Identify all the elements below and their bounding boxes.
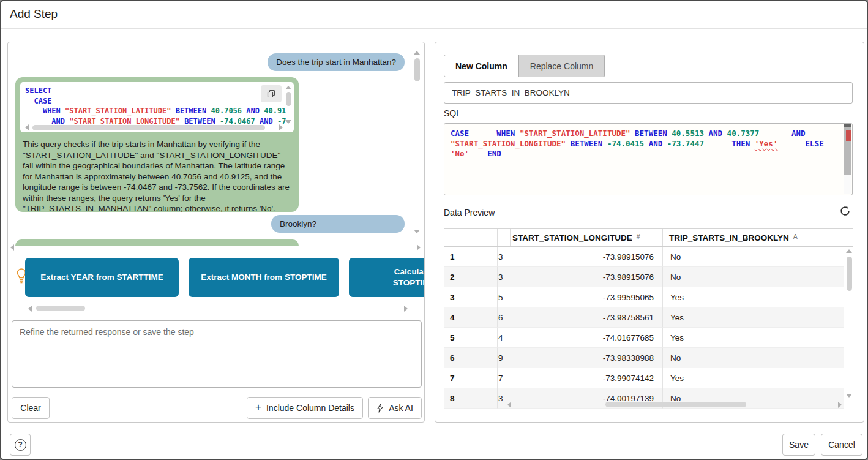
suggestion-extract-year-button[interactable]: Extract YEAR from STARTTIME — [25, 258, 179, 297]
code-scroll-up-icon[interactable] — [285, 86, 291, 89]
chat-scroll-up-icon[interactable] — [414, 51, 420, 55]
code-scroll-left-icon[interactable] — [25, 124, 29, 130]
header-start-station-longitude[interactable]: START_STATION_LONGITUDE # — [506, 229, 663, 246]
table-row[interactable]: 46-73.98758561Yes — [444, 307, 853, 328]
sql-label: SQL — [444, 108, 461, 118]
user-message: Brooklyn? — [271, 215, 405, 233]
table-cell: 3 — [498, 267, 506, 287]
code-line: "START_STATION_LONGITUDE" BETWEEN -74.04… — [451, 139, 850, 149]
table-row[interactable]: 69-73.98338988No — [444, 348, 853, 368]
table-row[interactable]: 54-74.01677685Yes — [444, 328, 853, 348]
table-cell: 8 — [444, 388, 498, 409]
preview-body: 13-73.98915076No23-73.98915076No35-73.99… — [444, 247, 853, 409]
data-preview-table: START_STATION_LONGITUDE # TRIP_STARTS_IN… — [444, 228, 853, 410]
table-cell: 1 — [444, 247, 498, 267]
sql-code-block: SELECT CASE WHEN "START_STATION_LATITUDE… — [20, 82, 294, 132]
code-vertical-scrollbar[interactable] — [286, 92, 291, 106]
ask-ai-button[interactable]: Ask AI — [368, 397, 422, 419]
table-cell: 2 — [444, 267, 498, 287]
assistant-message: SELECT CASE WHEN "START_STATION_LATITUDE… — [15, 77, 299, 212]
table-cell: Yes — [663, 328, 844, 348]
table-cell: 6 — [498, 307, 506, 328]
lightning-bolt-icon — [376, 403, 384, 413]
suggestion-calculate-difference-button[interactable]: Calculate diffe STOPTIME and — [349, 258, 425, 297]
table-scroll-up-icon[interactable] — [846, 249, 852, 253]
add-step-dialog: Add Step Does the trip start in Manhatta… — [0, 0, 868, 460]
header-divider — [1, 28, 867, 29]
table-header-row: START_STATION_LONGITUDE # TRIP_STARTS_IN… — [444, 228, 853, 247]
table-cell: -73.98915076 — [506, 267, 663, 287]
include-column-details-label: Include Column Details — [266, 403, 354, 413]
suggestions-horizontal-scrollbar[interactable] — [36, 306, 85, 311]
table-row[interactable]: 35-73.99595065Yes — [444, 287, 853, 307]
include-column-details-button[interactable]: + Include Column Details — [247, 397, 363, 419]
header-trip-starts-in-brooklyn[interactable]: TRIP_STARTS_IN_BROOKLYN A — [663, 229, 844, 246]
table-vertical-scrollbar[interactable] — [845, 248, 853, 410]
assistant-explanation: This query checks if the trip starts in … — [15, 137, 299, 212]
table-row[interactable]: 77-73.99074142Yes — [444, 368, 853, 388]
text-type-icon: A — [793, 233, 798, 240]
code-content: SELECT CASE WHEN "START_STATION_LATITUDE… — [20, 82, 294, 126]
table-scroll-down-icon[interactable] — [846, 394, 852, 398]
code-horizontal-scrollbar[interactable] — [32, 125, 265, 130]
table-cell: Yes — [663, 287, 844, 307]
table-cell: 3 — [444, 287, 498, 307]
column-editor-panel: New Column Replace Column SQL CASE WHEN … — [435, 42, 864, 423]
table-cell: -73.98915076 — [506, 247, 663, 267]
code-scroll-down-icon[interactable] — [285, 120, 291, 124]
refresh-button[interactable] — [838, 205, 851, 219]
table-cell: No — [663, 348, 844, 368]
code-line: WHEN "START_STATION_LATITUDE" BETWEEN 40… — [25, 106, 291, 116]
assistant-message-partial — [15, 239, 299, 246]
suggestions-scroll-right-icon[interactable] — [404, 306, 408, 312]
code-line: CASE — [25, 96, 291, 107]
chat-vertical-scrollbar[interactable] — [414, 58, 420, 81]
copy-icon — [267, 89, 275, 98]
chat-scroll-left-icon[interactable] — [10, 244, 14, 251]
code-line: SELECT — [25, 86, 291, 96]
table-cell: 4 — [444, 307, 498, 328]
save-button[interactable]: Save — [782, 434, 815, 456]
table-cell: -73.98758561 — [506, 307, 663, 328]
refine-input[interactable] — [12, 320, 422, 388]
data-preview-label: Data Preview — [444, 208, 495, 217]
suggestion-extract-month-button[interactable]: Extract MONTH from STOPTIME — [189, 258, 339, 297]
user-message: Does the trip start in Manhattan? — [268, 53, 405, 71]
sql-editor-content: CASE WHEN "START_STATION_LATITUDE" BETWE… — [444, 124, 852, 159]
table-cell: -73.99074142 — [506, 368, 663, 388]
plus-icon: + — [255, 401, 261, 413]
table-cell: 5 — [444, 328, 498, 348]
code-scroll-right-icon[interactable] — [279, 124, 283, 130]
table-cell: -73.98338988 — [506, 348, 663, 368]
table-cell: 5 — [498, 287, 506, 307]
table-cell: 3 — [498, 247, 506, 267]
table-cell: Yes — [663, 307, 844, 328]
column-name-input[interactable] — [444, 82, 853, 104]
header-row-number[interactable] — [444, 229, 498, 246]
table-row[interactable]: 13-73.98915076No — [444, 247, 853, 267]
help-button[interactable]: ? — [10, 434, 31, 456]
table-horizontal-scrollbar[interactable] — [507, 401, 842, 409]
table-row[interactable]: 23-73.98915076No — [444, 267, 853, 287]
table-horizontal-scroll-thumb[interactable] — [605, 402, 746, 407]
table-cell: No — [663, 247, 844, 267]
column-mode-tabs: New Column Replace Column — [444, 55, 605, 77]
sql-editor[interactable]: CASE WHEN "START_STATION_LATITUDE" BETWE… — [444, 123, 853, 195]
table-cell: 4 — [498, 328, 506, 348]
suggestions-scroll-left-icon[interactable] — [28, 306, 32, 312]
error-marker — [846, 130, 851, 141]
copy-code-button[interactable] — [261, 85, 282, 102]
chat-scroll-right-icon[interactable] — [417, 244, 421, 251]
tab-replace-column[interactable]: Replace Column — [519, 55, 605, 77]
chat-scroll-down-icon[interactable] — [414, 230, 420, 233]
table-cell: Yes — [663, 368, 844, 388]
ask-ai-label: Ask AI — [389, 403, 413, 413]
table-scroll-left-icon[interactable] — [507, 402, 511, 408]
table-vertical-scroll-thumb[interactable] — [847, 257, 852, 291]
clear-button[interactable]: Clear — [12, 397, 50, 419]
help-icon: ? — [15, 439, 26, 451]
tab-new-column[interactable]: New Column — [444, 55, 519, 77]
table-scroll-right-icon[interactable] — [838, 402, 842, 408]
cancel-button[interactable]: Cancel — [821, 434, 862, 456]
sql-editor-scrollbar[interactable] — [844, 124, 851, 194]
